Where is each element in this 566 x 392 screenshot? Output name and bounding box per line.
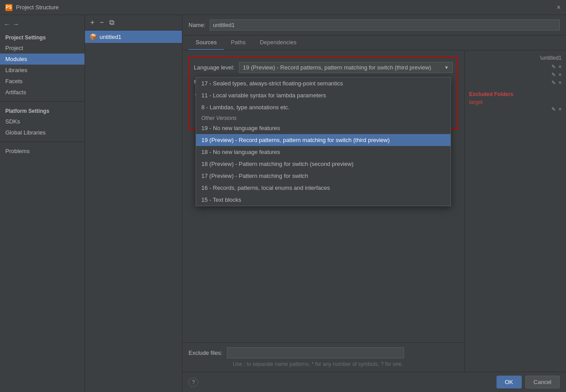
platform-settings-label: Platform Settings — [0, 105, 85, 116]
dropdown-option-16-records[interactable]: 16 - Records, patterns, local enums and … — [196, 182, 450, 194]
lang-level-row: Language level: 19 (Preview) - Record pa… — [194, 62, 453, 73]
dropdown-section-other-versions: Other Versions — [196, 113, 450, 122]
dropdown-option-15-text-blocks[interactable]: 15 - Text blocks — [196, 194, 450, 206]
edit-icon-3[interactable]: ✎ — [551, 80, 556, 86]
dialog-title: Project Structure — [16, 4, 59, 11]
sidebar-item-sdks[interactable]: SDKs — [0, 116, 85, 127]
nav-forward-button[interactable]: → — [12, 20, 19, 28]
bottom-area: Exclude files: Use ; to separate name pa… — [182, 342, 464, 372]
dialog-footer: ? OK Cancel — [182, 372, 566, 392]
delete-excluded-icon[interactable]: × — [558, 106, 562, 112]
language-level-dropdown[interactable]: 19 (Preview) - Record patterns, pattern … — [239, 62, 453, 73]
module-name: untitled1 — [100, 34, 121, 40]
dropdown-option-8-lambdas[interactable]: 8 - Lambdas, type annotations etc. — [196, 101, 450, 113]
close-button[interactable]: × — [557, 4, 561, 12]
sidebar: ← → Project Settings Project Modules Lib… — [0, 15, 85, 392]
dropdown-option-18-preview[interactable]: 18 (Preview) - Pattern matching for swit… — [196, 158, 450, 170]
tabs-bar: Sources Paths Dependencies — [182, 35, 566, 50]
module-panel: + − ⧉ 📦 untitled1 — [85, 15, 182, 392]
edit-icon-1[interactable]: ✎ — [551, 64, 556, 70]
language-level-section: Language level: 19 (Preview) - Record pa… — [189, 57, 458, 130]
dropdown-option-11-lambda[interactable]: 11 - Local variable syntax for lambda pa… — [196, 89, 450, 101]
exclude-input[interactable] — [227, 347, 404, 358]
app-icon: PS — [5, 4, 12, 11]
sidebar-item-global-libraries[interactable]: Global Libraries — [0, 127, 85, 138]
right-panel: Name: Sources Paths Dependencies Languag… — [182, 15, 566, 392]
title-bar: PS Project Structure × — [0, 0, 566, 15]
sidebar-item-problems[interactable]: Problems — [0, 146, 85, 157]
main-layout: ← → Project Settings Project Modules Lib… — [0, 15, 566, 392]
nav-arrows: ← → — [0, 19, 85, 32]
dropdown-option-19-preview[interactable]: 19 (Preview) - Record patterns, pattern … — [196, 134, 450, 146]
sidebar-divider-2 — [0, 142, 85, 142]
name-row: Name: — [182, 15, 566, 35]
delete-icon-1[interactable]: × — [558, 64, 562, 70]
copy-module-button[interactable]: ⧉ — [108, 18, 116, 27]
chevron-down-icon: ▼ — [444, 65, 449, 70]
sidebar-item-libraries[interactable]: Libraries — [0, 65, 85, 76]
edit-excluded-icon[interactable]: ✎ — [551, 106, 556, 112]
dropdown-option-17-sealed[interactable]: 17 - Sealed types, always-strict floatin… — [196, 77, 450, 89]
language-level-dropdown-list: 17 - Sealed types, always-strict floatin… — [196, 77, 451, 206]
nav-back-button[interactable]: ← — [4, 20, 11, 28]
exclude-label: Exclude files: — [189, 350, 223, 356]
title-bar-left: PS Project Structure — [5, 4, 59, 11]
module-toolbar: + − ⧉ — [85, 15, 182, 31]
module-item-untitled1[interactable]: 📦 untitled1 — [85, 31, 182, 43]
excluded-folders-label: Excluded Folders — [469, 91, 562, 97]
tab-dependencies[interactable]: Dependencies — [253, 35, 304, 50]
help-button[interactable]: ? — [189, 377, 198, 387]
exclude-row: Exclude files: — [189, 347, 458, 358]
project-settings-label: Project Settings — [0, 32, 85, 42]
dropdown-option-19-no-new[interactable]: 19 - No new language features — [196, 122, 450, 134]
cancel-button[interactable]: Cancel — [525, 376, 560, 388]
tab-paths[interactable]: Paths — [224, 35, 253, 50]
dropdown-option-18-no-new[interactable]: 18 - No new language features — [196, 146, 450, 158]
sidebar-item-artifacts[interactable]: Artifacts — [0, 87, 85, 98]
remove-module-button[interactable]: − — [98, 18, 105, 27]
dropdown-option-17-preview[interactable]: 17 (Preview) - Pattern matching for swit… — [196, 170, 450, 182]
edit-icon-2[interactable]: ✎ — [551, 72, 556, 78]
footer-buttons: OK Cancel — [497, 376, 560, 388]
hint-text: Use ; to separate name patterns, * for a… — [189, 361, 458, 367]
sidebar-item-project[interactable]: Project — [0, 42, 85, 54]
name-input[interactable] — [210, 19, 560, 31]
tab-content-area: Language level: 19 (Preview) - Record pa… — [182, 50, 464, 342]
add-module-button[interactable]: + — [89, 18, 96, 27]
excluded-item-target: target — [469, 99, 562, 105]
lang-level-label: Language level: — [194, 64, 235, 71]
sidebar-item-modules[interactable]: Modules — [0, 54, 85, 65]
tab-sources[interactable]: Sources — [189, 35, 224, 50]
sidebar-divider — [0, 101, 85, 102]
delete-icon-3[interactable]: × — [558, 80, 562, 86]
ok-button[interactable]: OK — [497, 376, 522, 388]
path-label: \untitled1 — [469, 55, 562, 61]
module-icon: 📦 — [89, 33, 97, 40]
content-main: Language level: 19 (Preview) - Record pa… — [182, 50, 464, 372]
sidebar-item-facets[interactable]: Facets — [0, 76, 85, 87]
delete-icon-2[interactable]: × — [558, 72, 562, 78]
name-label: Name: — [189, 22, 205, 28]
lang-level-selected-text: 19 (Preview) - Record patterns, pattern … — [243, 64, 431, 71]
right-detail-panel: \untitled1 ✎ × ✎ × ✎ × Excluded Folders … — [464, 50, 566, 372]
content-split: Language level: 19 (Preview) - Record pa… — [182, 50, 566, 372]
